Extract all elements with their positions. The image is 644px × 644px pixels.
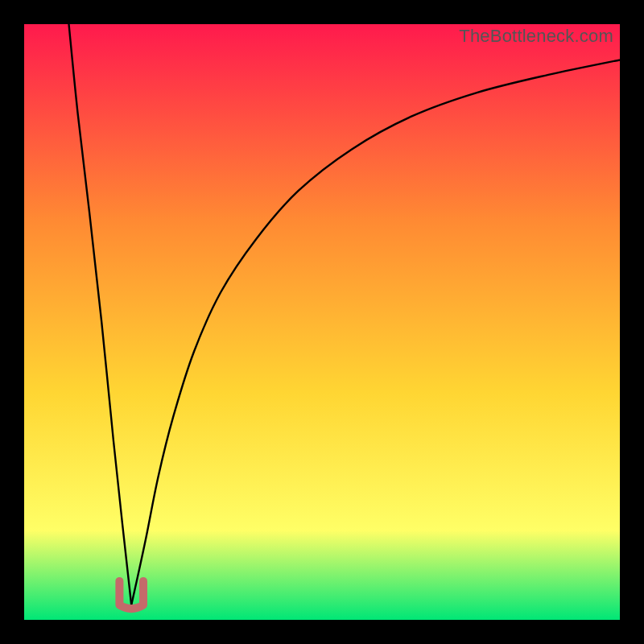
watermark-text: TheBottleneck.com bbox=[459, 26, 613, 47]
gradient-background bbox=[24, 24, 620, 620]
chart-frame: TheBottleneck.com bbox=[0, 0, 644, 644]
chart-canvas bbox=[24, 24, 620, 620]
plot-area: TheBottleneck.com bbox=[24, 24, 620, 620]
